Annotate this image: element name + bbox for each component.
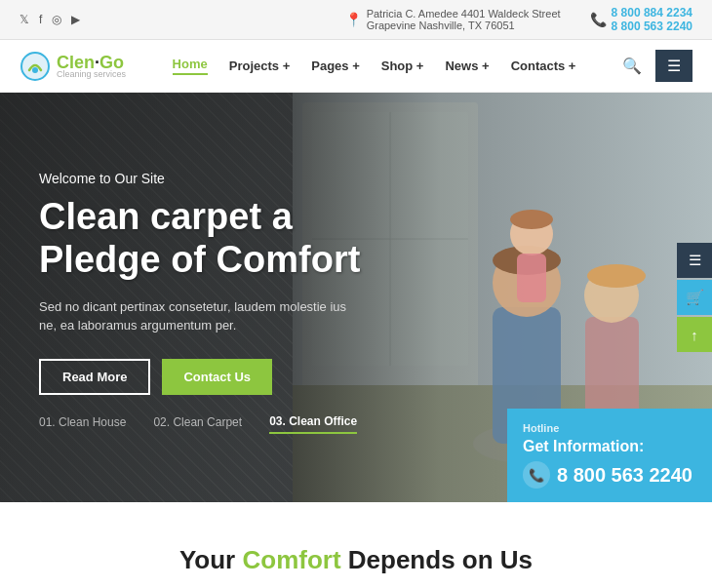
facebook-icon[interactable]: f (39, 13, 42, 26)
comfort-title-end: Depends on Us (341, 545, 533, 574)
svg-rect-17 (517, 254, 546, 302)
svg-point-15 (587, 264, 646, 288)
search-icon[interactable]: 🔍 (622, 57, 642, 75)
address-line1: Patricia C. Amedee 4401 Waldeck Street (367, 8, 561, 20)
logo-sub: Cleaning services (57, 69, 126, 79)
nav-news[interactable]: News + (445, 59, 489, 73)
hotline-box: Hotline Get Information: 📞 8 800 563 224… (507, 409, 712, 502)
comfort-title-highlight: Comfort (242, 545, 340, 574)
hero-title-line2: Pledge of Comfort (39, 239, 360, 280)
navbar: Clen·Go Cleaning services Home Projects … (0, 40, 712, 93)
hero-welcome: Welcome to Our Site (39, 171, 361, 186)
comfort-title: Your Comfort Depends on Us (20, 545, 692, 575)
phone1: 8 800 884 2234 (612, 6, 692, 20)
float-menu-icon[interactable]: ☰ (677, 243, 712, 278)
hero-subtitle: Sed no dicant pertinax consetetur, laude… (39, 297, 361, 335)
youtube-icon[interactable]: ▶ (71, 13, 80, 26)
slide-item-1[interactable]: 01. Clean House (39, 415, 126, 433)
address-text: Patricia C. Amedee 4401 Waldeck Street G… (367, 8, 561, 31)
slide-item-2[interactable]: 02. Clean Carpet (153, 415, 242, 433)
address-block: 📍 Patricia C. Amedee 4401 Waldeck Street… (345, 8, 561, 31)
svg-point-18 (510, 210, 553, 229)
slide-indicators: 01. Clean House 02. Clean Carpet 03. Cle… (39, 414, 357, 434)
hero-title-line1: Clean carpet a (39, 196, 293, 237)
hero-buttons: Read More Contact Us (39, 359, 361, 395)
twitter-icon[interactable]: 𝕏 (20, 13, 29, 26)
contact-info: 📍 Patricia C. Amedee 4401 Waldeck Street… (345, 6, 692, 33)
nav-right: 🔍 ☰ (622, 50, 692, 82)
contact-us-button[interactable]: Contact Us (162, 359, 272, 395)
hotline-number: 📞 8 800 563 2240 (523, 461, 692, 489)
logo: Clen·Go Cleaning services (20, 51, 126, 82)
hotline-phone-icon: 📞 (523, 461, 550, 489)
nav-projects[interactable]: Projects + (229, 59, 291, 73)
hotline-title: Get Information: (523, 438, 692, 455)
hotline-label: Hotline (523, 422, 692, 434)
top-bar: 𝕏 f ◎ ▶ 📍 Patricia C. Amedee 4401 Waldec… (0, 0, 712, 40)
phone-numbers: 8 800 884 2234 8 800 563 2240 (612, 6, 692, 33)
social-links: 𝕏 f ◎ ▶ (20, 13, 80, 26)
hero-content: Welcome to Our Site Clean carpet a Pledg… (0, 171, 400, 423)
comfort-title-plain: Your (179, 545, 243, 574)
menu-button[interactable]: ☰ (655, 50, 692, 82)
float-cart-icon[interactable]: 🛒 (677, 280, 712, 315)
hero-section: Welcome to Our Site Clean carpet a Pledg… (0, 93, 712, 502)
phone-block: 📞 8 800 884 2234 8 800 563 2240 (590, 6, 692, 33)
nav-contacts[interactable]: Contacts + (511, 59, 576, 73)
slide-item-3[interactable]: 03. Clean Office (269, 414, 357, 434)
nav-shop[interactable]: Shop + (381, 59, 424, 73)
float-up-icon[interactable]: ↑ (677, 317, 712, 352)
location-icon: 📍 (345, 12, 362, 27)
svg-point-1 (32, 67, 38, 73)
read-more-button[interactable]: Read More (39, 359, 150, 395)
comfort-section: Your Comfort Depends on Us At fastidii l… (0, 502, 712, 588)
nav-pages[interactable]: Pages + (311, 59, 360, 73)
phone2: 8 800 563 2240 (612, 20, 692, 33)
logo-icon (20, 51, 51, 82)
nav-links: Home Projects + Pages + Shop + News + Co… (173, 57, 576, 75)
hero-title: Clean carpet a Pledge of Comfort (39, 196, 361, 281)
nav-home[interactable]: Home (173, 57, 208, 75)
instagram-icon[interactable]: ◎ (52, 13, 61, 26)
phone-icon: 📞 (590, 12, 607, 27)
floating-right-icons: ☰ 🛒 ↑ (677, 243, 712, 352)
hotline-number-text: 8 800 563 2240 (557, 464, 692, 487)
address-line2: Grapevine Nashville, TX 76051 (367, 20, 561, 31)
